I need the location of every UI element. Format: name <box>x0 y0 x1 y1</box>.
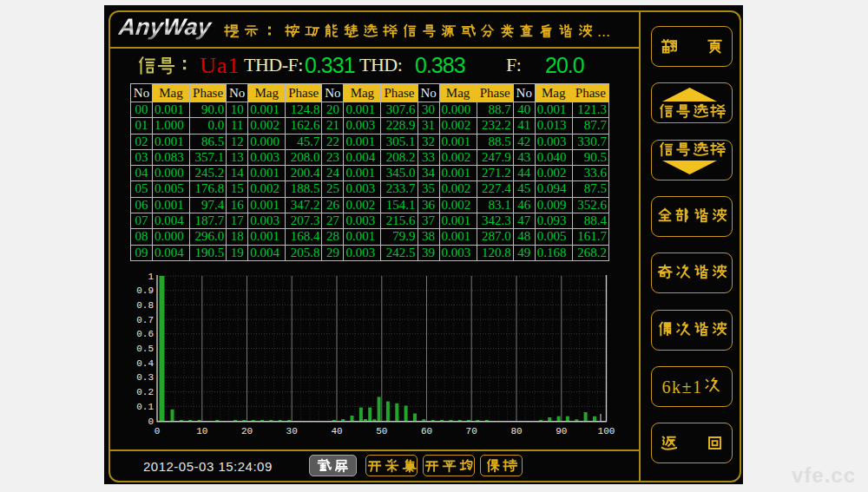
svg-text:50: 50 <box>376 426 387 436</box>
svg-text:10: 10 <box>196 426 207 436</box>
svg-text:0.3: 0.3 <box>136 372 154 383</box>
svg-text:0: 0 <box>155 426 161 436</box>
svg-text:1: 1 <box>148 272 154 282</box>
svg-text:0.7: 0.7 <box>136 315 154 325</box>
svg-text:90: 90 <box>556 426 567 436</box>
svg-text:20: 20 <box>241 426 253 436</box>
svg-text:0.5: 0.5 <box>136 344 154 354</box>
svg-text:0.6: 0.6 <box>136 329 154 339</box>
svg-text:0.2: 0.2 <box>136 387 154 397</box>
svg-text:0.1: 0.1 <box>136 402 154 412</box>
svg-text:40: 40 <box>331 426 342 436</box>
svg-text:0.8: 0.8 <box>136 300 154 311</box>
svg-text:0.9: 0.9 <box>136 285 154 296</box>
svg-text:70: 70 <box>466 426 477 436</box>
svg-text:100: 100 <box>598 426 615 436</box>
svg-text:0.4: 0.4 <box>136 358 154 369</box>
svg-text:60: 60 <box>421 426 432 436</box>
svg-text:30: 30 <box>286 426 298 436</box>
svg-text:80: 80 <box>510 426 522 436</box>
svg-text:0: 0 <box>148 417 154 427</box>
